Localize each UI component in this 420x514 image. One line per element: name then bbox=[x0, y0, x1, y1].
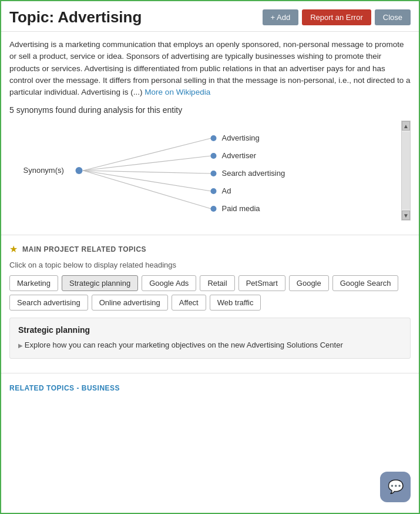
main-topics-header: ★ MAIN PROJECT RELATED TOPICS bbox=[9, 243, 411, 255]
divider-1 bbox=[1, 235, 419, 235]
tag-google[interactable]: Google bbox=[289, 275, 329, 291]
chat-bubble[interactable]: 💬 bbox=[380, 472, 411, 502]
synonyms-count: 5 synonyms found during analysis for thi… bbox=[9, 105, 411, 115]
synonyms-chart: Synonym(s) Advertising Advertiser Search… bbox=[9, 121, 411, 221]
scroll-down-arrow[interactable]: ▼ bbox=[402, 211, 410, 220]
svg-line-3 bbox=[83, 156, 211, 171]
header-buttons: + Add Report an Error Close bbox=[263, 9, 411, 25]
tag-affect[interactable]: Affect bbox=[172, 295, 206, 311]
topic-tags-container: Marketing Strategic planning Google Ads … bbox=[9, 275, 411, 311]
svg-text:Search advertising: Search advertising bbox=[222, 169, 285, 178]
main-topics-section: ★ MAIN PROJECT RELATED TOPICS Click on a… bbox=[1, 239, 419, 369]
svg-line-2 bbox=[83, 138, 211, 171]
tag-search-advertising[interactable]: Search advertising bbox=[9, 295, 88, 311]
tag-strategic-planning[interactable]: Strategic planning bbox=[62, 275, 138, 291]
svg-line-5 bbox=[83, 171, 211, 191]
tag-petsmart[interactable]: PetSmart bbox=[238, 275, 285, 291]
tag-google-search[interactable]: Google Search bbox=[332, 275, 399, 291]
report-error-button[interactable]: Report an Error bbox=[302, 9, 371, 25]
svg-point-9 bbox=[211, 153, 217, 159]
topics-instruction: Click on a topic below to display relate… bbox=[9, 261, 411, 269]
related-heading-box: Strategic planning Explore how you can r… bbox=[9, 318, 411, 359]
wikipedia-link[interactable]: More on Wikipedia bbox=[145, 88, 210, 96]
tag-marketing[interactable]: Marketing bbox=[9, 275, 58, 291]
related-heading-item: Explore how you can reach your marketing… bbox=[18, 339, 402, 351]
tree-svg: Synonym(s) Advertising Advertiser Search… bbox=[9, 121, 401, 221]
tag-web-traffic[interactable]: Web traffic bbox=[210, 295, 261, 311]
main-container: Topic: Advertising + Add Report an Error… bbox=[0, 0, 420, 514]
main-topics-title: MAIN PROJECT RELATED TOPICS bbox=[22, 245, 146, 253]
description-section: Advertising is a marketing communication… bbox=[1, 32, 419, 105]
chat-icon: 💬 bbox=[388, 479, 404, 495]
svg-line-6 bbox=[83, 171, 211, 209]
header: Topic: Advertising + Add Report an Error… bbox=[1, 1, 419, 32]
tag-online-advertising[interactable]: Online advertising bbox=[92, 295, 168, 311]
svg-text:Ad: Ad bbox=[222, 186, 231, 195]
scrollbar[interactable]: ▲ ▼ bbox=[401, 121, 411, 221]
svg-text:Advertiser: Advertiser bbox=[222, 151, 257, 160]
add-button[interactable]: + Add bbox=[263, 9, 299, 25]
svg-line-4 bbox=[83, 171, 211, 173]
related-heading-title: Strategic planning bbox=[18, 325, 402, 335]
svg-point-15 bbox=[211, 206, 217, 212]
close-button[interactable]: Close bbox=[375, 9, 411, 25]
tag-retail[interactable]: Retail bbox=[200, 275, 234, 291]
page-title: Topic: Advertising bbox=[9, 8, 142, 26]
star-icon: ★ bbox=[9, 243, 18, 255]
svg-text:Advertising: Advertising bbox=[222, 133, 260, 142]
scroll-up-arrow[interactable]: ▲ bbox=[402, 121, 410, 131]
synonyms-section: 5 synonyms found during analysis for thi… bbox=[1, 105, 419, 231]
related-topics-business: RELATED TOPICS - BUSINESS bbox=[1, 377, 419, 396]
scroll-thumb bbox=[402, 132, 410, 209]
divider-2 bbox=[1, 373, 419, 373]
svg-text:Synonym(s): Synonym(s) bbox=[23, 166, 64, 175]
tag-google-ads[interactable]: Google Ads bbox=[142, 275, 196, 291]
related-topics-business-title: RELATED TOPICS - BUSINESS bbox=[9, 384, 120, 392]
svg-point-0 bbox=[76, 167, 83, 174]
svg-point-11 bbox=[211, 171, 217, 176]
svg-text:Paid media: Paid media bbox=[222, 204, 261, 213]
svg-point-13 bbox=[211, 188, 217, 194]
svg-point-7 bbox=[211, 135, 217, 141]
